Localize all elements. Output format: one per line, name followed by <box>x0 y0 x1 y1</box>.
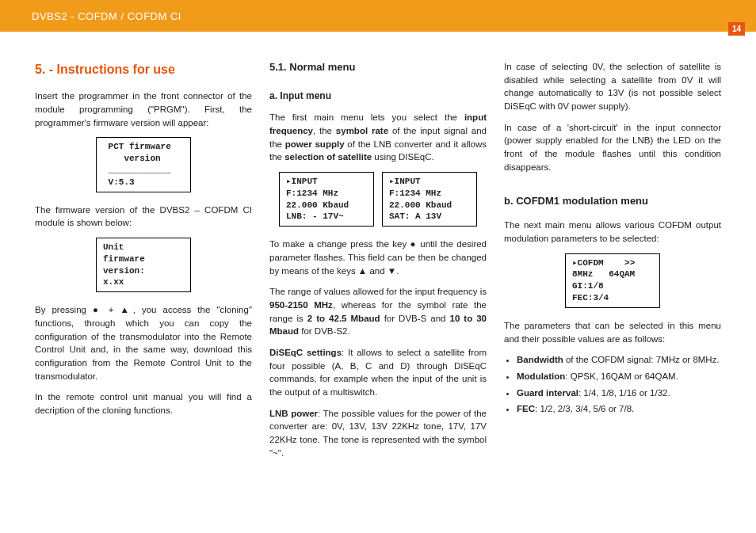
t: for DVB-S2. <box>299 326 350 336</box>
t: The range of values allowed for the inpu… <box>269 287 487 296</box>
t: using DISEqC. <box>372 152 434 162</box>
col3-p2: In case of a 'short-circuit' in the inpu… <box>504 121 721 174</box>
bold-selection-satellite: selection of satellite <box>284 152 372 162</box>
col3-p3: The next main menu allows various COFDM … <box>504 219 721 245</box>
header-title: DVBS2 - COFDM / COFDM CI <box>32 10 181 22</box>
bold-power-supply: power supply <box>285 139 345 149</box>
subheading-cofdm-menu: b. COFDM1 modulation menu <box>504 194 721 209</box>
param-bandwidth: Bandwidth of the COFDM signal: 7MHz or 8… <box>517 353 721 367</box>
bold-symbol-rate: symbol rate <box>336 126 388 135</box>
col1-p1: Insert the programmer in the front conne… <box>35 89 252 129</box>
section-heading: 5. - Instructions for use <box>35 60 252 78</box>
lcd-pct-firmware: PCT firmware version ____________ V:5.3 <box>96 137 191 192</box>
t: , the <box>313 126 336 135</box>
col1-p3a: By pressing ● + ▲, you access the "cloni… <box>35 303 252 383</box>
col2-p1: The first main menu lets you select the … <box>269 111 487 164</box>
b: Modulation <box>517 371 565 381</box>
col3-p1: In case of selecting 0V, the selection o… <box>504 60 721 113</box>
param-fec: FEC: 1/2, 2/3, 3/4, 5/6 or 7/8. <box>517 402 721 416</box>
bold-diseqc: DiSEqC settings <box>269 348 342 357</box>
b: FEC <box>517 404 535 413</box>
b: Bandwidth <box>517 355 563 364</box>
page-body: 5. - Instructions for use Insert the pro… <box>0 32 756 467</box>
param-guard-interval: Guard interval: 1/4, 1/8, 1/16 or 1/32. <box>517 386 721 400</box>
col3-p4: The parameters that can be selected in t… <box>504 319 721 345</box>
t: : 1/2, 2/3, 3/4, 5/6 or 7/8. <box>535 404 634 413</box>
bold-sr-range1: 2 to 42.5 Mbaud <box>307 314 380 323</box>
lcd-input-sat: ▸INPUT F:1234 MHz 22.000 Kbaud SAT: A 13… <box>382 172 477 227</box>
lcd-input-lnb: ▸INPUT F:1234 MHz 22.000 Kbaud LNB: - 17… <box>279 172 374 227</box>
col2-p2: To make a change press the key ● until t… <box>269 238 487 277</box>
col1-p2: The firmware version of the DVBS2 – COFD… <box>35 204 252 230</box>
lcd-cofdm: ▸COFDM >> 8MHz 64QAM GI:1/8 FEC:3/4 <box>565 253 660 308</box>
t: of the COFDM signal: 7MHz or 8MHz. <box>563 355 720 364</box>
b: Guard interval <box>517 388 578 398</box>
param-modulation: Modulation: QPSK, 16QAM or 64QAM. <box>517 370 721 383</box>
t: : 1/4, 1/8, 1/16 or 1/32. <box>578 388 670 398</box>
col2-p3: The range of values allowed for the inpu… <box>269 285 487 338</box>
column-2: 5.1. Normal menu a. Input menu The first… <box>269 60 487 467</box>
column-3: In case of selecting 0V, the selection o… <box>504 60 721 467</box>
col2-p4: DiSEqC settings: It allows to select a s… <box>269 346 487 399</box>
t: for DVB-S and <box>380 314 450 323</box>
lcd-unit-firmware: Unit firmware version: x.xx <box>96 238 191 292</box>
page-number-badge: 14 <box>728 22 745 36</box>
bold-freq-range: 950-2150 MHz <box>269 300 333 310</box>
column-1: 5. - Instructions for use Insert the pro… <box>35 60 252 467</box>
subheading-input-menu: a. Input menu <box>269 89 487 103</box>
t: The first main menu lets you select the <box>269 112 464 122</box>
col1-p3b: In the remote control unit manual you wi… <box>35 390 252 417</box>
col2-p5: LNB power: The possible values for the p… <box>269 407 487 460</box>
header-bar: DVBS2 - COFDM / COFDM CI 14 <box>0 0 756 32</box>
lcd-input-row: ▸INPUT F:1234 MHz 22.000 Kbaud LNB: - 17… <box>269 172 487 227</box>
bold-lnb-power: LNB power <box>269 409 318 418</box>
subheading-normal-menu: 5.1. Normal menu <box>269 60 487 75</box>
param-list: Bandwidth of the COFDM signal: 7MHz or 8… <box>504 353 721 416</box>
t: : QPSK, 16QAM or 64QAM. <box>565 371 678 381</box>
